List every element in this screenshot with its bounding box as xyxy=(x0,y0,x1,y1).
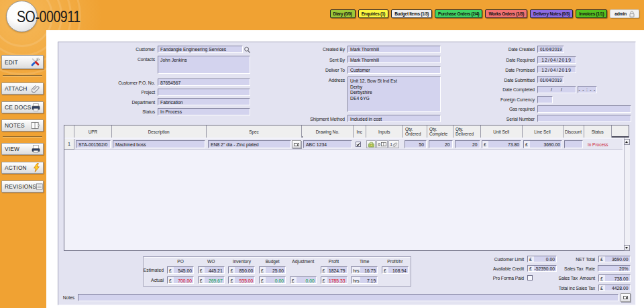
machine-button[interactable] xyxy=(366,140,376,148)
customer-po-field[interactable]: 87654567 xyxy=(158,79,250,86)
estimated-profit-hr[interactable]: £108.94 xyxy=(382,266,409,274)
actual-po[interactable]: £700.00 xyxy=(167,276,194,284)
estimated-po[interactable]: £545.00 xyxy=(167,266,194,274)
serial-number-field[interactable] xyxy=(537,115,631,122)
date-promised-field[interactable]: 12/04/2019 xyxy=(537,66,576,73)
cell-qty-complete[interactable]: 20 xyxy=(429,140,453,148)
actual-wo[interactable]: £269.67 xyxy=(198,276,225,284)
diary-button[interactable]: Diary (0/0) xyxy=(330,9,356,18)
admin-button[interactable]: admin xyxy=(610,9,639,18)
currency-symbol: £ xyxy=(382,267,388,273)
page-title: SO-000911 xyxy=(17,8,80,26)
docs-count-button[interactable]: 0 xyxy=(376,140,388,148)
col-header-discount: Discount xyxy=(564,125,584,138)
contacts-field[interactable]: John Jenkins xyxy=(158,56,250,74)
cell-line-sell[interactable]: £ 3690.00 xyxy=(523,140,562,148)
delivery-notes-button[interactable]: Delivery Notes (0/3) xyxy=(530,9,573,18)
status-field[interactable]: In Process xyxy=(158,108,250,115)
table-scrollbar[interactable] xyxy=(624,138,630,250)
gas-required-field[interactable] xyxy=(537,105,631,113)
amount-value: 1824.79 xyxy=(327,267,347,273)
invoices-button[interactable]: Invoices (1/1) xyxy=(576,9,607,18)
purchase-orders-button[interactable]: Purchase Orders (2/4) xyxy=(435,9,482,18)
sales-tax-rate-field[interactable]: 20% xyxy=(598,265,631,272)
deliver-to-field[interactable]: Customer xyxy=(347,66,441,74)
total-inc-tax-field[interactable]: £4428.00 xyxy=(598,285,631,292)
cell-unit-sell[interactable]: £ 73.80 xyxy=(482,140,521,148)
net-total-field[interactable]: £3690.00 xyxy=(598,256,631,263)
sales-tax-rate-label: Sales Tax Rate xyxy=(530,266,595,271)
view-button[interactable]: VIEW xyxy=(1,143,44,155)
project-field[interactable] xyxy=(158,89,250,96)
sent-by-field[interactable]: Mark Thornhill xyxy=(347,56,441,63)
date-created-field[interactable]: 01/04/2019 xyxy=(537,46,564,53)
address-field[interactable]: Unit 12, Bow St Ind Est Derby Derbyshire… xyxy=(347,76,441,112)
sales-tax-amount-field[interactable]: £738.00 xyxy=(598,274,631,282)
spec-expand-button[interactable] xyxy=(292,140,301,148)
estimated-profit[interactable]: £1824.79 xyxy=(321,266,347,274)
foreign-currency-field[interactable] xyxy=(537,96,553,103)
works-orders-button[interactable]: Works Orders (1/3) xyxy=(485,9,527,18)
summary-col-profit: Profit xyxy=(321,259,347,264)
date-completed-field[interactable]: / / xyxy=(537,86,576,93)
cell-qty-delivered[interactable]: 20 xyxy=(455,140,480,148)
row-number: 1 xyxy=(64,139,74,150)
scroll-up-button[interactable] xyxy=(624,139,630,145)
col-header-qty-complete: Qty. Complete xyxy=(427,125,453,138)
search-icon[interactable] xyxy=(244,46,251,54)
shipment-method-field[interactable]: Included in cost xyxy=(347,115,441,122)
actual-profit[interactable]: £1785.33 xyxy=(321,276,347,284)
date-submitted-field[interactable]: 01/04/2019 xyxy=(537,76,564,83)
notes-expand-button[interactable] xyxy=(621,293,631,302)
estimated-time[interactable]: hrs16.75 xyxy=(351,266,378,274)
attach-button[interactable]: ATTACH xyxy=(1,83,44,95)
customer-field[interactable]: Fandangle Engineering Services xyxy=(158,46,243,53)
cell-spec[interactable]: EN8 2" dia - Zinc plated xyxy=(208,140,291,148)
estimated-budget[interactable]: £25.00 xyxy=(259,266,286,274)
sales-order-window: { "window": { "title": "SO-000911" }, "t… xyxy=(0,0,644,308)
cell-status: In Process xyxy=(584,142,612,147)
enquiries-button[interactable]: Enquiries (1) xyxy=(358,9,388,18)
notes-field[interactable] xyxy=(78,294,619,301)
contacts-label: Contacts xyxy=(67,57,155,62)
revisions-button[interactable]: REVISIONS xyxy=(1,181,44,193)
currency-symbol: £ xyxy=(168,267,174,273)
inc-checkbox[interactable] xyxy=(356,142,361,147)
sent-by-label: Sent By xyxy=(268,58,345,62)
time-completed-field[interactable]: - - : - - xyxy=(578,86,598,93)
actual-inventory[interactable]: £935.00 xyxy=(228,276,255,284)
ce-docs-button[interactable]: CE DOCS xyxy=(1,101,44,113)
cell-upr[interactable]: STA-001562/0 xyxy=(76,140,111,148)
department-field[interactable]: Fabrication xyxy=(158,98,250,105)
scroll-down-button[interactable] xyxy=(624,245,630,251)
amount-value: 73.80 xyxy=(488,141,521,148)
amount-value: 16.75 xyxy=(360,267,377,273)
date-required-field[interactable]: 12/04/2019 xyxy=(537,56,576,64)
foreign-currency-label: Foreign Currency xyxy=(463,97,535,102)
paperclip-icon xyxy=(32,85,40,93)
currency-symbol: £ xyxy=(260,267,266,273)
attach-count-button[interactable]: 1 xyxy=(388,140,399,148)
currency-symbol: £ xyxy=(599,285,605,291)
currency-symbol: £ xyxy=(599,275,605,281)
sidebar-divider xyxy=(3,75,42,76)
cell-discount[interactable] xyxy=(564,140,583,148)
cell-qty-ordered[interactable]: 50 xyxy=(405,140,427,148)
notes-button[interactable]: NOTES xyxy=(1,119,44,132)
cell-description[interactable]: Machined boss xyxy=(113,140,205,148)
actual-adjustment[interactable]: £0.00 xyxy=(290,276,317,284)
actual-budget[interactable]: £0.00 xyxy=(259,276,286,284)
currency-symbol: £ xyxy=(524,141,530,148)
estimated-wo[interactable]: £445.21 xyxy=(198,266,225,274)
inputs-toolbar: 0 1 xyxy=(366,140,399,148)
edit-button[interactable]: EDIT xyxy=(1,55,44,69)
shipment-method-label: Shipment Method xyxy=(268,117,345,121)
actual-time[interactable]: hrs7.19 xyxy=(351,276,378,284)
cell-drawing[interactable]: ABC 1234 xyxy=(303,140,352,148)
action-button[interactable]: ACTION xyxy=(1,162,44,174)
budget-items-button[interactable]: Budget Items (1/3) xyxy=(391,9,432,18)
estimated-inventory[interactable]: £850.00 xyxy=(228,266,255,274)
currency-symbol: £ xyxy=(229,277,235,283)
admin-label: admin xyxy=(614,11,627,16)
created-by-field[interactable]: Mark Thornhill xyxy=(347,46,441,53)
